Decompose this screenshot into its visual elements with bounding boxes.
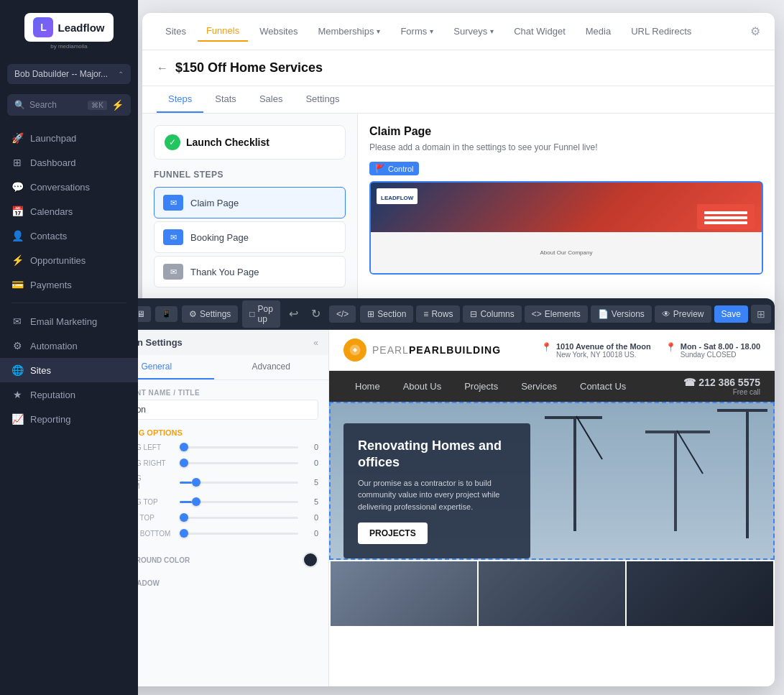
sidebar-item-opportunities[interactable]: ⚡ Opportunities (0, 248, 138, 272)
launch-checklist-label: Launch Checklist (186, 137, 269, 148)
padding-top-slider[interactable] (180, 501, 298, 503)
nav-projects[interactable]: Projects (453, 371, 509, 402)
address-line2: New York, NY 10018 US. (556, 351, 651, 359)
flag-icon: 🚩 (375, 164, 385, 173)
page-preview[interactable]: LEADFLOW About Our Company (369, 181, 763, 275)
funnels-window: Sites Funnels Websites Memberships ▾ For… (142, 13, 775, 315)
nav-divider (11, 303, 126, 303)
funnel-step-claim[interactable]: ✉ Claim Page (154, 187, 346, 218)
sidebar-item-launchpad[interactable]: 🚀 Launchpad (0, 126, 138, 150)
collapse-icon[interactable]: « (313, 338, 318, 348)
funnel-step-booking[interactable]: ✉ Booking Page (154, 221, 346, 253)
sidebar-item-conversations[interactable]: 💬 Conversations (0, 175, 138, 199)
sidebar-item-reputation[interactable]: ★ Reputation (0, 382, 138, 407)
hero-projects-btn[interactable]: PROJECTS (358, 523, 428, 544)
step-icon: ✉ (163, 264, 183, 280)
versions-btn[interactable]: 📄 Versions (591, 305, 652, 323)
sidebar-item-sites[interactable]: 🌐 Sites (0, 358, 138, 382)
topnav-chat-widget[interactable]: Chat Widget (505, 22, 574, 41)
grid-view-btn[interactable]: ⊞ (751, 305, 771, 323)
columns-btn[interactable]: ⊟ Columns (463, 305, 521, 323)
address-block: 📍 1010 Avenue of the Moon New York, NY 1… (541, 342, 651, 359)
padding-right-row: PADDING RIGHT 0 (109, 459, 318, 467)
builder-topbar: ← 🖥 📱 ⚙ Settings □ Pop up ↩ ↻ </> ⊞ Sect… (99, 298, 775, 330)
site-phone: ☎ 212 386 5575 Free call (683, 377, 760, 396)
nav-about[interactable]: About Us (392, 371, 453, 402)
margin-top-row: MARGIN TOP 0 (109, 513, 318, 522)
settings-gear-icon[interactable]: ⚙ (750, 24, 760, 38)
builder-mobile-btn[interactable]: 📱 (155, 306, 177, 322)
padding-left-slider[interactable] (180, 446, 298, 448)
tab-sales[interactable]: Sales (248, 86, 295, 113)
rows-btn[interactable]: ≡ Rows (416, 305, 460, 323)
topnav-funnels[interactable]: Funnels (198, 21, 248, 42)
redo-btn[interactable]: ↻ (307, 304, 325, 323)
sidebar-item-calendars[interactable]: 📅 Calendars (0, 199, 138, 224)
nav-contact-us[interactable]: Contact Us (568, 371, 637, 402)
builder-canvas[interactable]: PEARLPEARLBUILDING 📍 1010 Avenue of the … (329, 330, 775, 686)
hours-line2: Sunday CLOSED (681, 351, 760, 359)
tab-advanced[interactable]: Advanced (214, 355, 329, 379)
step-name: Claim Page (190, 198, 239, 208)
padding-right-slider[interactable] (180, 462, 298, 464)
sidebar-item-contacts[interactable]: 👤 Contacts (0, 224, 138, 248)
launch-checklist[interactable]: ✓ Launch Checklist (154, 125, 346, 160)
preview-btn[interactable]: 👁 Preview (655, 305, 711, 323)
bg-color-swatch[interactable] (303, 552, 318, 568)
topnav-url-redirects[interactable]: URL Redirects (622, 22, 700, 41)
topnav-surveys[interactable]: Surveys ▾ (445, 22, 502, 41)
topnav-forms[interactable]: Forms ▾ (392, 22, 442, 41)
margin-bottom-slider[interactable] (180, 533, 298, 535)
builder-settings-btn[interactable]: ⚙ Settings (182, 305, 238, 323)
sidebar-item-dashboard[interactable]: ⊞ Dashboard (0, 150, 138, 175)
padding-bottom-slider[interactable] (180, 482, 298, 484)
hero-subtitle: Our promise as a contractor is to build … (358, 477, 516, 513)
spacing-options-label: Spacing Options (109, 428, 318, 437)
undo-btn[interactable]: ↩ (285, 304, 303, 323)
topnav-media[interactable]: Media (577, 22, 619, 41)
logo-icon: L (33, 17, 53, 37)
hero-title: Renovating Homes and offices (358, 438, 516, 471)
topnav-websites[interactable]: Websites (251, 22, 306, 41)
tab-settings[interactable]: Settings (294, 86, 351, 113)
nav-home[interactable]: Home (343, 371, 392, 402)
logo-sub: by mediamolla (50, 43, 88, 50)
funnel-step-thankyou[interactable]: ✉ Thank You Page (154, 256, 346, 287)
builder-window: ← 🖥 📱 ⚙ Settings □ Pop up ↩ ↻ </> ⊞ Sect… (99, 298, 775, 686)
back-button[interactable]: ← (157, 62, 168, 75)
topnav-sites[interactable]: Sites (157, 22, 195, 41)
settings-icon: ⚙ (189, 309, 197, 319)
margin-top-value: 0 (304, 513, 318, 522)
tab-steps[interactable]: Steps (157, 86, 203, 113)
element-name-input[interactable] (109, 400, 318, 420)
padding-top-value: 5 (304, 497, 318, 506)
hero-section: Renovating Homes and offices Our promise… (329, 402, 775, 560)
page-title: Claim Page (369, 125, 763, 138)
padding-top-row: PADDING TOP 5 (109, 497, 318, 506)
search-bar[interactable]: 🔍 Search ⌘K ⚡ (7, 94, 131, 116)
nav-services[interactable]: Services (509, 371, 568, 402)
columns-icon: ⊟ (470, 309, 477, 319)
sidebar-item-label: Reporting (30, 414, 70, 425)
sidebar-item-reporting[interactable]: 📈 Reporting (0, 407, 138, 431)
topnav-memberships[interactable]: Memberships ▾ (309, 22, 389, 41)
funnel-left-panel: ✓ Launch Checklist Funnel Steps ✉ Claim … (142, 114, 358, 300)
builder-toolbar-right: ⊞ Section ≡ Rows ⊟ Columns <> Elements 📄… (360, 305, 771, 323)
opportunities-icon: ⚡ (11, 254, 23, 266)
margin-top-slider[interactable] (180, 517, 298, 519)
logo-text: Leadflow (57, 22, 104, 34)
elements-btn[interactable]: <> Elements (525, 305, 588, 323)
account-selector[interactable]: Bob Dabuilder -- Major... ⌃ (7, 64, 131, 84)
builder-code-btn[interactable]: </> (329, 305, 356, 323)
sidebar-item-automation[interactable]: ⚙ Automation (0, 333, 138, 358)
padding-right-value: 0 (304, 459, 318, 467)
bottom-img-3 (627, 561, 773, 626)
builder-popup-btn[interactable]: □ Pop up (242, 300, 280, 328)
sites-icon: 🌐 (11, 364, 23, 376)
funnel-steps-label: Funnel Steps (154, 170, 346, 180)
sidebar-item-payments[interactable]: 💳 Payments (0, 272, 138, 297)
sidebar-item-email-marketing[interactable]: ✉ Email Marketing (0, 309, 138, 333)
tab-stats[interactable]: Stats (203, 86, 248, 113)
section-btn[interactable]: ⊞ Section (360, 305, 413, 323)
save-btn[interactable]: Save (714, 305, 748, 323)
